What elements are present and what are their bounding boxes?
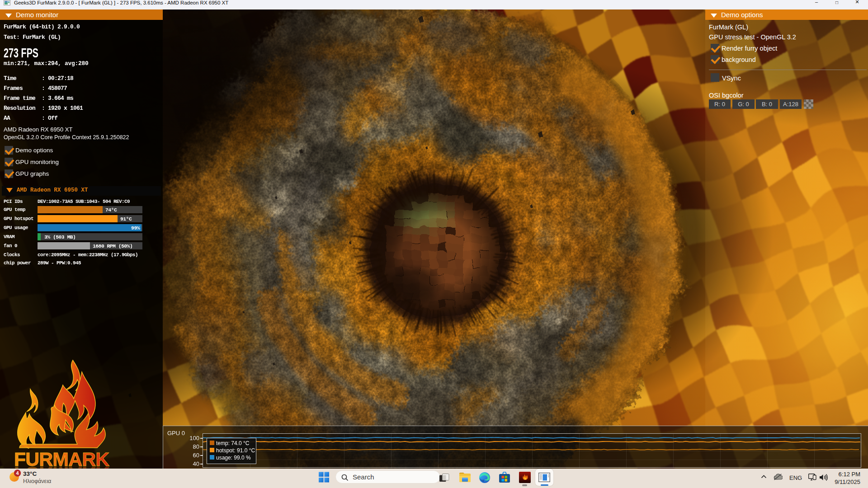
svg-text:FURMARK: FURMARK: [14, 463, 109, 469]
svg-text:4: 4: [16, 470, 19, 476]
